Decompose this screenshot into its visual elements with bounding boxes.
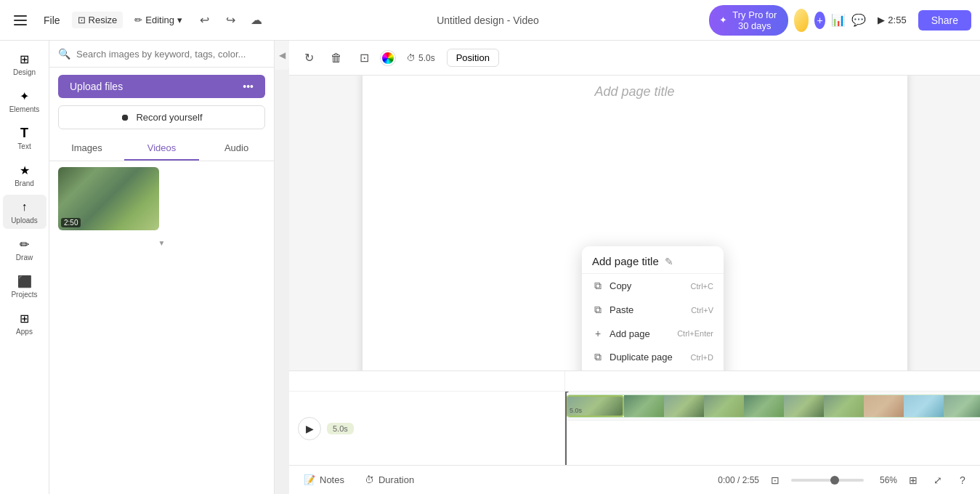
help-button[interactable]: ?: [954, 471, 971, 489]
text-icon: T: [17, 125, 33, 141]
track-clip[interactable]: 5.0s: [565, 394, 980, 418]
grid-view-button[interactable]: ⊞: [904, 471, 922, 489]
canvas-toolbar: ↻ 🗑 ⊡ ⏱ 5.0s Position: [289, 41, 980, 76]
preview-timer-button[interactable]: ▶ 2:55: [872, 12, 912, 28]
add-page-item-left: + Add page: [592, 328, 650, 339]
duplicate-label: Duplicate page: [610, 352, 673, 363]
hamburger-icon: [14, 15, 27, 25]
first-clip[interactable]: 5.0s: [566, 395, 624, 417]
sidebar-item-design[interactable]: ⊞ Design: [3, 46, 46, 81]
notes-button[interactable]: 📝 Notes: [298, 471, 350, 488]
timeline: 20s 30s 40s 50s ▶ 5.0s: [289, 370, 980, 465]
copy-item-left: ⧉ Copy: [592, 280, 631, 292]
frame-2: [664, 395, 704, 417]
duplicate-icon: ⧉: [592, 351, 604, 363]
duration-label-bottom: Duration: [378, 474, 414, 485]
timeline-tracks[interactable]: 5.0s: [565, 392, 980, 465]
rotate-button[interactable]: ↻: [298, 47, 320, 69]
duplicate-item-left: ⧉ Duplicate page: [592, 351, 673, 363]
clip-duration-label: 5.0s: [327, 423, 354, 434]
add-page-icon: +: [592, 328, 604, 339]
context-menu-add-page[interactable]: + Add page Ctrl+Enter: [582, 322, 724, 345]
zoom-level: 56%: [871, 475, 897, 485]
context-menu-title: Add page title: [592, 255, 659, 267]
uploads-icon: ↑: [17, 199, 33, 215]
frame-1: [624, 395, 664, 417]
tab-audio[interactable]: Audio: [199, 137, 274, 161]
sidebar-item-label: Brand: [15, 179, 34, 187]
comments-button[interactable]: 💬: [851, 10, 866, 31]
paste-shortcut: Ctrl+V: [691, 306, 713, 315]
tab-videos[interactable]: Videos: [124, 137, 199, 161]
edit-title-icon[interactable]: ✎: [665, 256, 673, 267]
frame-5: [784, 395, 824, 417]
avatar: [794, 9, 809, 32]
sidebar-item-label: Text: [17, 142, 31, 150]
editing-pencil-icon: ✏: [134, 15, 142, 25]
position-button[interactable]: Position: [447, 49, 499, 67]
share-button[interactable]: Share: [918, 10, 971, 31]
zoom-thumb[interactable]: [830, 476, 839, 485]
duration-badge[interactable]: ⏱ 5.0s: [401, 50, 441, 66]
frame-6: [824, 395, 864, 417]
context-menu: Add page title ✎ ⧉ Copy Ctrl+C ⧉ Paste C…: [582, 246, 724, 370]
sidebar-item-label: Draw: [16, 254, 33, 262]
panel-scroll-down[interactable]: ▼: [49, 236, 274, 250]
play-button[interactable]: ▶: [298, 417, 321, 440]
icon-sidebar: ⊞ Design ✦ Elements T Text ★ Brand ↑ Upl…: [0, 41, 49, 494]
sidebar-item-draw[interactable]: ✏ Draw: [3, 232, 46, 266]
pro-trial-button[interactable]: ✦ Try Pro for 30 days: [709, 5, 788, 36]
zoom-slider[interactable]: [791, 479, 864, 482]
context-menu-copy[interactable]: ⧉ Copy Ctrl+C: [582, 274, 724, 298]
canvas-area: ↻ 🗑 ⊡ ⏱ 5.0s Position Add page title Add…: [289, 41, 980, 494]
sidebar-item-text[interactable]: T Text: [3, 121, 46, 155]
add-collaborator-button[interactable]: +: [814, 12, 825, 29]
context-menu-paste[interactable]: ⧉ Paste Ctrl+V: [582, 298, 724, 322]
duration-button[interactable]: ⏱ Duration: [359, 471, 420, 488]
upload-files-button[interactable]: Upload files •••: [58, 75, 265, 98]
topbar-center: Untitled design - Video: [272, 15, 703, 26]
topbar: File ⊡ Resize ✏ Editing ▾ ↩ ↪ ☁ Untitled…: [0, 0, 980, 41]
sidebar-item-projects[interactable]: ⬛ Projects: [3, 269, 46, 303]
search-icon: 🔍: [58, 48, 70, 60]
upload-label: Upload files: [70, 81, 123, 92]
upload-more-icon: •••: [243, 81, 254, 92]
record-yourself-button[interactable]: ⏺ Record yourself: [58, 105, 265, 129]
redo-button[interactable]: ↪: [220, 10, 240, 31]
topbar-left: File ⊡ Resize ✏ Editing ▾ ↩ ↪ ☁: [9, 9, 267, 32]
hide-panel-button[interactable]: ◀: [275, 41, 289, 70]
aspect-ratio-button[interactable]: ⊡: [766, 471, 784, 489]
file-menu-button[interactable]: File: [38, 12, 66, 29]
clock-icon-bottom: ⏱: [365, 474, 374, 485]
delete-button[interactable]: 🗑: [325, 47, 347, 69]
tab-images[interactable]: Images: [49, 137, 124, 161]
pro-label: Try Pro for 30 days: [732, 9, 778, 31]
hamburger-menu-button[interactable]: [9, 9, 32, 32]
resize-button[interactable]: ⊡ Resize: [72, 12, 123, 28]
add-page-shortcut: Ctrl+Enter: [677, 329, 713, 338]
search-input[interactable]: [76, 49, 265, 60]
paste-label: Paste: [610, 304, 633, 315]
editing-button[interactable]: ✏ Editing ▾: [129, 12, 188, 28]
canvas-main: Add page title Add page title ✎ ⧉ Copy C…: [289, 76, 980, 370]
context-menu-duplicate[interactable]: ⧉ Duplicate page Ctrl+D: [582, 345, 724, 369]
analytics-button[interactable]: 📊: [831, 10, 846, 31]
sidebar-item-brand[interactable]: ★ Brand: [3, 158, 46, 192]
fullscreen-button[interactable]: ⤢: [929, 471, 947, 489]
media-thumbnail[interactable]: 2:50: [58, 167, 159, 230]
sidebar-item-uploads[interactable]: ↑ Uploads: [3, 195, 46, 229]
sidebar-item-elements[interactable]: ✦ Elements: [3, 84, 46, 118]
design-title: Untitled design - Video: [437, 15, 539, 26]
sidebar-item-label: Apps: [16, 328, 33, 336]
resize-icon: ⊡: [78, 15, 86, 25]
media-tab-bar: Images Videos Audio: [49, 137, 274, 161]
projects-icon: ⬛: [17, 273, 33, 289]
page-title-placeholder[interactable]: Add page title: [594, 84, 674, 100]
frame-8: [904, 395, 944, 417]
crop-button[interactable]: ⊡: [353, 47, 375, 69]
cloud-save-button[interactable]: ☁: [246, 10, 267, 31]
sidebar-item-apps[interactable]: ⊞ Apps: [3, 306, 46, 340]
color-picker-button[interactable]: [381, 51, 395, 65]
undo-button[interactable]: ↩: [194, 10, 214, 31]
frame-4: [744, 395, 784, 417]
